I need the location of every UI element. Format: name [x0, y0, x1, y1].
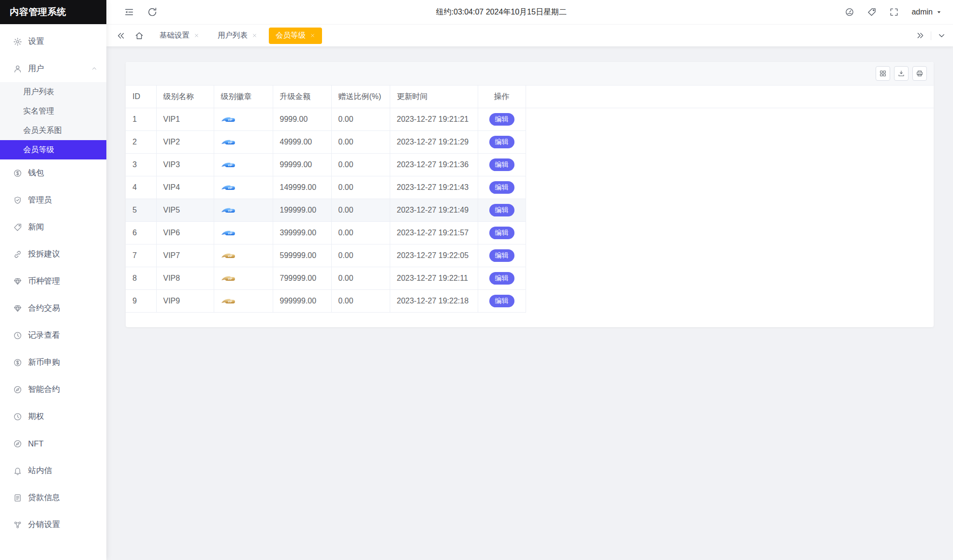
edit-button[interactable]: 编辑	[489, 249, 514, 262]
user-icon	[13, 64, 22, 73]
sidebar-item-admins[interactable]: 管理员	[0, 187, 106, 214]
tab-user-list[interactable]: 用户列表	[211, 28, 264, 44]
chevron-down-icon[interactable]	[937, 31, 946, 40]
column-header: 操作	[478, 86, 526, 108]
printer-button[interactable]	[912, 66, 927, 81]
cell-action: 编辑	[478, 244, 526, 267]
refresh-icon[interactable]	[147, 7, 158, 17]
tab-basic-settings[interactable]: 基础设置	[153, 28, 206, 44]
cell-id: 2	[126, 131, 156, 154]
edit-button[interactable]: 编辑	[489, 204, 514, 216]
column-header: ID	[126, 86, 156, 108]
vip-badge-blue-icon: VIP	[221, 161, 235, 169]
close-icon[interactable]	[252, 33, 257, 38]
tag-icon	[13, 222, 22, 232]
cell-action: 编辑	[478, 131, 526, 154]
doc-icon	[13, 493, 22, 503]
cell-amount: 9999.00	[273, 108, 331, 131]
sidebar-item-contract-trade[interactable]: 合约交易	[0, 295, 106, 322]
sidebar-subitem-relation-map[interactable]: 会员关系图	[0, 121, 106, 140]
chevrons-right-icon[interactable]	[916, 31, 925, 40]
table-row: 3VIP3 VIP99999.000.002023-12-27 19:21:36…	[126, 154, 934, 176]
compass-icon	[13, 385, 22, 394]
cell-badge: VIP	[214, 176, 273, 199]
row-filler	[526, 222, 934, 244]
edit-button[interactable]: 编辑	[489, 295, 514, 307]
download-button[interactable]	[894, 66, 909, 81]
sidebar-item-messages[interactable]: 站内信	[0, 457, 106, 484]
cell-updated: 2023-12-27 19:21:43	[390, 176, 478, 199]
svg-text:VIP: VIP	[228, 278, 232, 281]
sidebar-item-smart-contract[interactable]: 智能合约	[0, 376, 106, 403]
edit-button[interactable]: 编辑	[489, 136, 514, 148]
chevrons-left-icon[interactable]	[116, 31, 126, 41]
grid-button[interactable]	[876, 66, 890, 81]
sidebar-item-label: 新币申购	[28, 357, 60, 368]
table-row: 9VIP9 VIP999999.000.002023-12-27 19:22:1…	[126, 290, 934, 313]
sidebar-item-label: 期权	[28, 411, 44, 422]
sidebar-item-news[interactable]: 新闻	[0, 214, 106, 241]
cell-ratio: 0.00	[331, 154, 390, 176]
app-title: 内容管理系统	[0, 0, 106, 24]
sidebar-subitem-member-level[interactable]: 会员等级	[0, 140, 106, 159]
sidebar-item-wallet[interactable]: 钱包	[0, 159, 106, 187]
dollar-icon	[13, 358, 22, 367]
app-root: 内容管理系统 设置用户用户列表实名管理会员关系图会员等级钱包管理员新闻投拆建议币…	[0, 0, 953, 560]
edit-button[interactable]: 编辑	[489, 113, 514, 126]
edit-button[interactable]: 编辑	[489, 181, 514, 194]
sidebar-item-options[interactable]: 期权	[0, 403, 106, 430]
close-icon[interactable]	[194, 33, 199, 38]
clock-icon	[13, 330, 22, 340]
clock-icon	[13, 412, 22, 421]
dollar-icon	[13, 168, 22, 178]
cell-badge: VIP	[214, 108, 273, 131]
svg-text:VIP: VIP	[228, 187, 232, 190]
edit-button[interactable]: 编辑	[489, 227, 514, 239]
sidebar-item-label: 合约交易	[28, 303, 60, 314]
pricetag-icon[interactable]	[867, 7, 877, 17]
sidebar-item-users[interactable]: 用户	[0, 55, 106, 82]
row-filler	[526, 290, 934, 313]
cell-amount: 599999.00	[273, 244, 331, 267]
cell-amount: 149999.00	[273, 176, 331, 199]
menu-toggle-icon[interactable]	[124, 7, 134, 17]
table-row: 5VIP5 VIP199999.000.002023-12-27 19:21:4…	[126, 199, 934, 222]
edit-button[interactable]: 编辑	[489, 158, 514, 171]
sidebar-item-loans[interactable]: 贷款信息	[0, 484, 106, 511]
sidebar-item-feedback[interactable]: 投拆建议	[0, 241, 106, 268]
grid-icon	[879, 70, 887, 77]
sidebar-item-new-coin[interactable]: 新币申购	[0, 349, 106, 376]
dashboard-icon[interactable]	[845, 7, 854, 17]
sidebar-item-records[interactable]: 记录查看	[0, 322, 106, 349]
fullscreen-icon[interactable]	[889, 7, 899, 17]
sidebar-subitem-user-list[interactable]: 用户列表	[0, 82, 106, 101]
open-tabs: 基础设置用户列表会员等级	[153, 28, 916, 44]
edit-button[interactable]: 编辑	[489, 272, 514, 285]
home-icon[interactable]	[134, 31, 144, 41]
row-filler	[526, 199, 934, 222]
sidebar-item-label: 用户	[28, 63, 44, 74]
sidebar-item-settings[interactable]: 设置	[0, 28, 106, 55]
cell-ratio: 0.00	[331, 244, 390, 267]
table-row: 7VIP7 VIP599999.000.002023-12-27 19:22:0…	[126, 244, 934, 267]
tab-member-level[interactable]: 会员等级	[269, 28, 322, 44]
cell-action: 编辑	[478, 108, 526, 131]
sidebar-subitem-realname[interactable]: 实名管理	[0, 101, 106, 121]
table-header-row: ID级别名称级别徽章升级金额赠送比例(%)更新时间操作	[126, 86, 934, 108]
user-menu[interactable]: admin	[911, 8, 942, 16]
tab-label: 用户列表	[218, 30, 248, 41]
close-icon[interactable]	[310, 33, 315, 38]
page-content: ID级别名称级别徽章升级金额赠送比例(%)更新时间操作 1VIP1 VIP999…	[106, 46, 953, 560]
column-header: 级别名称	[156, 86, 214, 108]
cell-action: 编辑	[478, 267, 526, 290]
svg-text:VIP: VIP	[228, 210, 232, 213]
cell-action: 编辑	[478, 222, 526, 244]
sidebar-item-distribution[interactable]: 分销设置	[0, 511, 106, 538]
sidebar-item-coins[interactable]: 币种管理	[0, 268, 106, 295]
sidebar-item-nft[interactable]: NFT	[0, 430, 106, 457]
sidebar-item-label: 贷款信息	[28, 492, 60, 503]
cell-amount: 799999.00	[273, 267, 331, 290]
sidebar-menu: 设置用户用户列表实名管理会员关系图会员等级钱包管理员新闻投拆建议币种管理合约交易…	[0, 24, 106, 560]
cell-amount: 999999.00	[273, 290, 331, 313]
svg-text:VIP: VIP	[228, 164, 232, 167]
